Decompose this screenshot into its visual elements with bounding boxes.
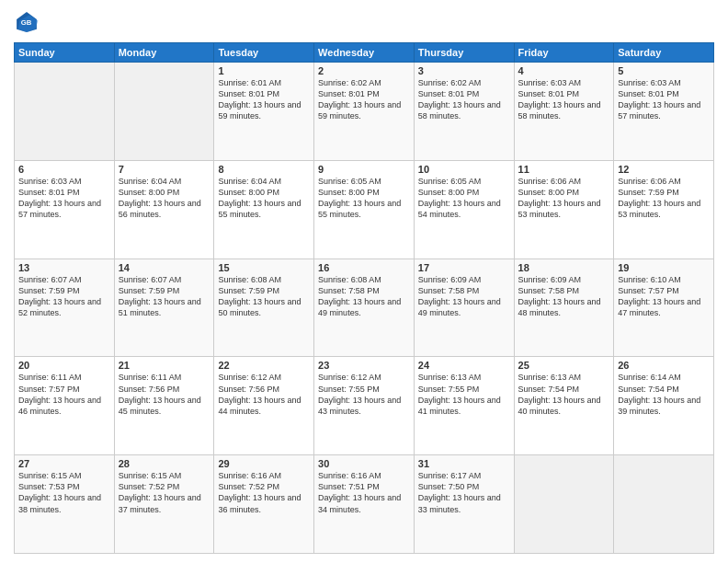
day-cell: 5Sunrise: 6:03 AM Sunset: 8:01 PM Daylig… [614, 63, 714, 161]
day-cell: 4Sunrise: 6:03 AM Sunset: 8:01 PM Daylig… [514, 63, 614, 161]
day-cell [114, 63, 214, 161]
day-cell: 1Sunrise: 6:01 AM Sunset: 8:01 PM Daylig… [214, 63, 314, 161]
day-cell: 13Sunrise: 6:07 AM Sunset: 7:59 PM Dayli… [15, 259, 115, 357]
day-cell: 19Sunrise: 6:10 AM Sunset: 7:57 PM Dayli… [614, 259, 714, 357]
day-info: Sunrise: 6:07 AM Sunset: 7:59 PM Dayligh… [119, 274, 210, 319]
weekday-header-friday: Friday [514, 43, 614, 63]
day-number: 18 [518, 262, 610, 273]
day-number: 29 [218, 458, 310, 469]
day-info: Sunrise: 6:12 AM Sunset: 7:56 PM Dayligh… [218, 372, 310, 417]
day-cell: 23Sunrise: 6:12 AM Sunset: 7:55 PM Dayli… [314, 357, 415, 455]
day-info: Sunrise: 6:06 AM Sunset: 8:00 PM Dayligh… [518, 176, 610, 221]
weekday-header-thursday: Thursday [414, 43, 514, 63]
day-number: 19 [618, 262, 710, 273]
day-cell: 16Sunrise: 6:08 AM Sunset: 7:58 PM Dayli… [314, 259, 415, 357]
day-number: 6 [18, 164, 110, 175]
day-number: 2 [318, 65, 410, 76]
day-info: Sunrise: 6:07 AM Sunset: 7:59 PM Dayligh… [18, 274, 110, 319]
day-cell: 2Sunrise: 6:02 AM Sunset: 8:01 PM Daylig… [314, 63, 415, 161]
day-info: Sunrise: 6:03 AM Sunset: 8:01 PM Dayligh… [518, 77, 610, 122]
day-cell: 9Sunrise: 6:05 AM Sunset: 8:00 PM Daylig… [314, 160, 415, 259]
day-info: Sunrise: 6:09 AM Sunset: 7:58 PM Dayligh… [518, 274, 610, 319]
day-info: Sunrise: 6:03 AM Sunset: 8:01 PM Dayligh… [618, 77, 710, 122]
day-info: Sunrise: 6:03 AM Sunset: 8:01 PM Dayligh… [18, 176, 110, 221]
day-cell: 26Sunrise: 6:14 AM Sunset: 7:54 PM Dayli… [614, 357, 714, 455]
week-row-1: 1Sunrise: 6:01 AM Sunset: 8:01 PM Daylig… [15, 63, 714, 161]
day-cell: 12Sunrise: 6:06 AM Sunset: 7:59 PM Dayli… [614, 160, 714, 259]
day-info: Sunrise: 6:02 AM Sunset: 8:01 PM Dayligh… [318, 77, 410, 122]
page: GB SundayMondayTuesdayWednesdayThursdayF… [0, 0, 728, 563]
day-number: 4 [518, 65, 610, 76]
day-number: 27 [18, 458, 110, 469]
day-info: Sunrise: 6:12 AM Sunset: 7:55 PM Dayligh… [318, 372, 410, 417]
day-cell: 22Sunrise: 6:12 AM Sunset: 7:56 PM Dayli… [214, 357, 314, 455]
day-info: Sunrise: 6:01 AM Sunset: 8:01 PM Dayligh… [218, 77, 310, 122]
logo-icon: GB [14, 9, 40, 35]
day-info: Sunrise: 6:16 AM Sunset: 7:51 PM Dayligh… [318, 470, 410, 515]
calendar: SundayMondayTuesdayWednesdayThursdayFrid… [14, 42, 714, 554]
day-number: 1 [218, 65, 310, 76]
logo: GB [14, 9, 43, 35]
week-row-5: 27Sunrise: 6:15 AM Sunset: 7:53 PM Dayli… [15, 455, 714, 554]
week-row-4: 20Sunrise: 6:11 AM Sunset: 7:57 PM Dayli… [15, 357, 714, 455]
day-info: Sunrise: 6:14 AM Sunset: 7:54 PM Dayligh… [618, 372, 710, 417]
weekday-header-row: SundayMondayTuesdayWednesdayThursdayFrid… [15, 43, 714, 63]
day-info: Sunrise: 6:05 AM Sunset: 8:00 PM Dayligh… [318, 176, 410, 221]
day-info: Sunrise: 6:15 AM Sunset: 7:53 PM Dayligh… [18, 470, 110, 515]
day-cell: 10Sunrise: 6:05 AM Sunset: 8:00 PM Dayli… [414, 160, 514, 259]
day-cell: 8Sunrise: 6:04 AM Sunset: 8:00 PM Daylig… [214, 160, 314, 259]
day-number: 17 [418, 262, 510, 273]
day-cell: 11Sunrise: 6:06 AM Sunset: 8:00 PM Dayli… [514, 160, 614, 259]
day-info: Sunrise: 6:08 AM Sunset: 7:58 PM Dayligh… [318, 274, 410, 319]
day-number: 12 [618, 164, 710, 175]
day-info: Sunrise: 6:13 AM Sunset: 7:54 PM Dayligh… [518, 372, 610, 417]
day-number: 28 [119, 458, 210, 469]
day-info: Sunrise: 6:13 AM Sunset: 7:55 PM Dayligh… [418, 372, 510, 417]
day-cell: 28Sunrise: 6:15 AM Sunset: 7:52 PM Dayli… [114, 455, 214, 554]
day-cell: 24Sunrise: 6:13 AM Sunset: 7:55 PM Dayli… [414, 357, 514, 455]
day-cell: 15Sunrise: 6:08 AM Sunset: 7:59 PM Dayli… [214, 259, 314, 357]
svg-text:GB: GB [21, 18, 32, 27]
day-cell: 29Sunrise: 6:16 AM Sunset: 7:52 PM Dayli… [214, 455, 314, 554]
day-info: Sunrise: 6:17 AM Sunset: 7:50 PM Dayligh… [418, 470, 510, 515]
day-cell: 6Sunrise: 6:03 AM Sunset: 8:01 PM Daylig… [15, 160, 115, 259]
day-number: 3 [418, 65, 510, 76]
day-number: 7 [119, 164, 210, 175]
day-info: Sunrise: 6:02 AM Sunset: 8:01 PM Dayligh… [418, 77, 510, 122]
day-cell: 3Sunrise: 6:02 AM Sunset: 8:01 PM Daylig… [414, 63, 514, 161]
weekday-header-monday: Monday [114, 43, 214, 63]
day-cell [15, 63, 115, 161]
day-number: 5 [618, 65, 710, 76]
day-cell: 20Sunrise: 6:11 AM Sunset: 7:57 PM Dayli… [15, 357, 115, 455]
day-info: Sunrise: 6:04 AM Sunset: 8:00 PM Dayligh… [119, 176, 210, 221]
day-cell: 30Sunrise: 6:16 AM Sunset: 7:51 PM Dayli… [314, 455, 415, 554]
day-info: Sunrise: 6:08 AM Sunset: 7:59 PM Dayligh… [218, 274, 310, 319]
day-number: 31 [418, 458, 510, 469]
day-cell: 14Sunrise: 6:07 AM Sunset: 7:59 PM Dayli… [114, 259, 214, 357]
day-cell [614, 455, 714, 554]
day-number: 11 [518, 164, 610, 175]
day-info: Sunrise: 6:10 AM Sunset: 7:57 PM Dayligh… [618, 274, 710, 319]
day-cell: 18Sunrise: 6:09 AM Sunset: 7:58 PM Dayli… [514, 259, 614, 357]
day-info: Sunrise: 6:11 AM Sunset: 7:57 PM Dayligh… [18, 372, 110, 417]
day-info: Sunrise: 6:15 AM Sunset: 7:52 PM Dayligh… [119, 470, 210, 515]
day-info: Sunrise: 6:06 AM Sunset: 7:59 PM Dayligh… [618, 176, 710, 221]
day-info: Sunrise: 6:05 AM Sunset: 8:00 PM Dayligh… [418, 176, 510, 221]
weekday-header-wednesday: Wednesday [314, 43, 415, 63]
week-row-2: 6Sunrise: 6:03 AM Sunset: 8:01 PM Daylig… [15, 160, 714, 259]
weekday-header-sunday: Sunday [15, 43, 115, 63]
header: GB [14, 9, 714, 35]
day-number: 24 [418, 360, 510, 371]
day-cell [514, 455, 614, 554]
day-number: 20 [18, 360, 110, 371]
day-number: 8 [218, 164, 310, 175]
day-cell: 25Sunrise: 6:13 AM Sunset: 7:54 PM Dayli… [514, 357, 614, 455]
day-number: 10 [418, 164, 510, 175]
day-number: 15 [218, 262, 310, 273]
day-number: 25 [518, 360, 610, 371]
day-info: Sunrise: 6:11 AM Sunset: 7:56 PM Dayligh… [119, 372, 210, 417]
week-row-3: 13Sunrise: 6:07 AM Sunset: 7:59 PM Dayli… [15, 259, 714, 357]
day-cell: 7Sunrise: 6:04 AM Sunset: 8:00 PM Daylig… [114, 160, 214, 259]
day-number: 23 [318, 360, 410, 371]
day-info: Sunrise: 6:16 AM Sunset: 7:52 PM Dayligh… [218, 470, 310, 515]
